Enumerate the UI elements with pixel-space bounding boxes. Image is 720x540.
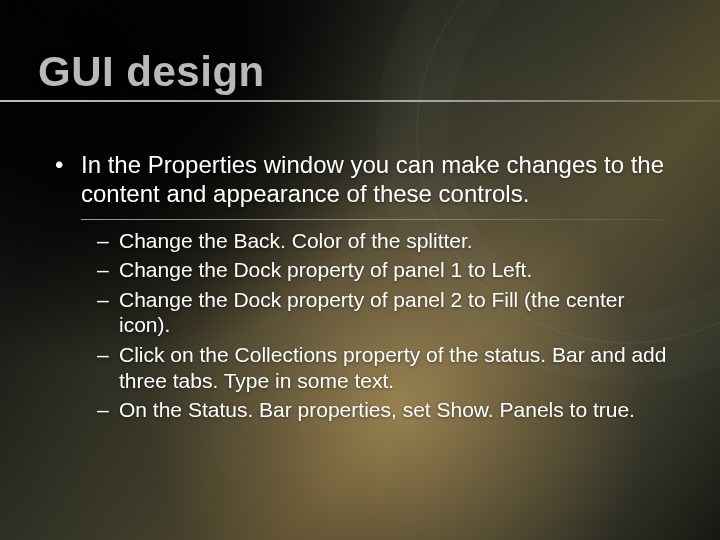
dash-icon: – <box>97 287 119 338</box>
sub-bullet-text: Change the Back. Color of the splitter. <box>119 228 670 254</box>
sub-bullet-text: On the Status. Bar properties, set Show.… <box>119 397 670 423</box>
sub-bullet-text: Change the Dock property of panel 1 to L… <box>119 257 670 283</box>
dash-icon: – <box>97 342 119 393</box>
sub-bullet-item: – Click on the Collections property of t… <box>97 342 670 393</box>
slide: GUI design • In the Properties window yo… <box>0 0 720 540</box>
bullet-level1-text: In the Properties window you can make ch… <box>81 150 670 209</box>
dash-icon: – <box>97 257 119 283</box>
content-underline <box>81 219 670 220</box>
sub-bullet-text: Click on the Collections property of the… <box>119 342 670 393</box>
bullet-level1: • In the Properties window you can make … <box>55 150 670 209</box>
sub-bullet-text: Change the Dock property of panel 2 to F… <box>119 287 670 338</box>
dash-icon: – <box>97 397 119 423</box>
sub-bullet-item: – Change the Back. Color of the splitter… <box>97 228 670 254</box>
bullet-dot-icon: • <box>55 150 81 209</box>
sub-bullet-item: – Change the Dock property of panel 1 to… <box>97 257 670 283</box>
slide-title: GUI design <box>38 48 265 96</box>
sub-bullet-list: – Change the Back. Color of the splitter… <box>97 228 670 423</box>
sub-bullet-item: – On the Status. Bar properties, set Sho… <box>97 397 670 423</box>
sub-bullet-item: – Change the Dock property of panel 2 to… <box>97 287 670 338</box>
dash-icon: – <box>97 228 119 254</box>
slide-content: • In the Properties window you can make … <box>55 150 670 427</box>
title-underline <box>0 100 720 102</box>
